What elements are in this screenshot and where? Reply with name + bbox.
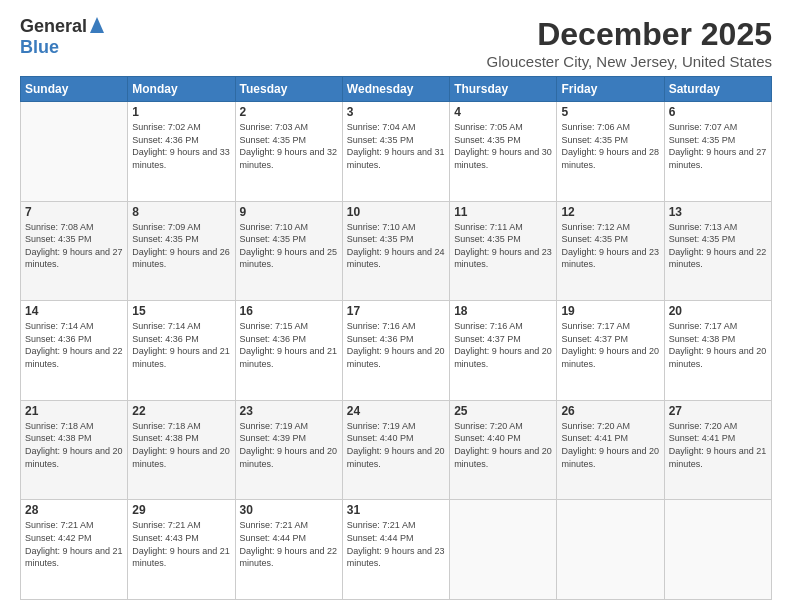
header-wednesday: Wednesday (342, 77, 449, 102)
day-info: Sunrise: 7:14 AMSunset: 4:36 PMDaylight:… (132, 320, 230, 370)
table-row: 26Sunrise: 7:20 AMSunset: 4:41 PMDayligh… (557, 400, 664, 500)
table-row: 12Sunrise: 7:12 AMSunset: 4:35 PMDayligh… (557, 201, 664, 301)
day-number: 31 (347, 503, 445, 517)
day-number: 18 (454, 304, 552, 318)
day-number: 30 (240, 503, 338, 517)
calendar-week-row: 21Sunrise: 7:18 AMSunset: 4:38 PMDayligh… (21, 400, 772, 500)
table-row: 13Sunrise: 7:13 AMSunset: 4:35 PMDayligh… (664, 201, 771, 301)
day-info: Sunrise: 7:11 AMSunset: 4:35 PMDaylight:… (454, 221, 552, 271)
table-row: 31Sunrise: 7:21 AMSunset: 4:44 PMDayligh… (342, 500, 449, 600)
logo-blue: Blue (20, 37, 59, 58)
day-info: Sunrise: 7:07 AMSunset: 4:35 PMDaylight:… (669, 121, 767, 171)
table-row: 11Sunrise: 7:11 AMSunset: 4:35 PMDayligh… (450, 201, 557, 301)
day-info: Sunrise: 7:21 AMSunset: 4:43 PMDaylight:… (132, 519, 230, 569)
day-number: 17 (347, 304, 445, 318)
day-number: 13 (669, 205, 767, 219)
logo-general: General (20, 16, 87, 37)
table-row: 1Sunrise: 7:02 AMSunset: 4:36 PMDaylight… (128, 102, 235, 202)
day-info: Sunrise: 7:19 AMSunset: 4:40 PMDaylight:… (347, 420, 445, 470)
day-info: Sunrise: 7:19 AMSunset: 4:39 PMDaylight:… (240, 420, 338, 470)
day-info: Sunrise: 7:20 AMSunset: 4:41 PMDaylight:… (669, 420, 767, 470)
day-number: 23 (240, 404, 338, 418)
day-info: Sunrise: 7:10 AMSunset: 4:35 PMDaylight:… (347, 221, 445, 271)
day-info: Sunrise: 7:03 AMSunset: 4:35 PMDaylight:… (240, 121, 338, 171)
day-info: Sunrise: 7:21 AMSunset: 4:42 PMDaylight:… (25, 519, 123, 569)
header-thursday: Thursday (450, 77, 557, 102)
day-info: Sunrise: 7:17 AMSunset: 4:38 PMDaylight:… (669, 320, 767, 370)
header-tuesday: Tuesday (235, 77, 342, 102)
table-row: 3Sunrise: 7:04 AMSunset: 4:35 PMDaylight… (342, 102, 449, 202)
table-row: 6Sunrise: 7:07 AMSunset: 4:35 PMDaylight… (664, 102, 771, 202)
page: General Blue December 2025 Gloucester Ci… (0, 0, 792, 612)
header-monday: Monday (128, 77, 235, 102)
day-info: Sunrise: 7:20 AMSunset: 4:40 PMDaylight:… (454, 420, 552, 470)
day-info: Sunrise: 7:21 AMSunset: 4:44 PMDaylight:… (347, 519, 445, 569)
day-info: Sunrise: 7:18 AMSunset: 4:38 PMDaylight:… (25, 420, 123, 470)
calendar-week-row: 14Sunrise: 7:14 AMSunset: 4:36 PMDayligh… (21, 301, 772, 401)
svg-marker-0 (90, 17, 104, 33)
calendar-table: Sunday Monday Tuesday Wednesday Thursday… (20, 76, 772, 600)
day-number: 1 (132, 105, 230, 119)
table-row: 10Sunrise: 7:10 AMSunset: 4:35 PMDayligh… (342, 201, 449, 301)
table-row: 28Sunrise: 7:21 AMSunset: 4:42 PMDayligh… (21, 500, 128, 600)
day-info: Sunrise: 7:05 AMSunset: 4:35 PMDaylight:… (454, 121, 552, 171)
day-number: 21 (25, 404, 123, 418)
table-row: 23Sunrise: 7:19 AMSunset: 4:39 PMDayligh… (235, 400, 342, 500)
day-info: Sunrise: 7:02 AMSunset: 4:36 PMDaylight:… (132, 121, 230, 171)
day-info: Sunrise: 7:16 AMSunset: 4:37 PMDaylight:… (454, 320, 552, 370)
table-row: 17Sunrise: 7:16 AMSunset: 4:36 PMDayligh… (342, 301, 449, 401)
table-row: 29Sunrise: 7:21 AMSunset: 4:43 PMDayligh… (128, 500, 235, 600)
table-row: 30Sunrise: 7:21 AMSunset: 4:44 PMDayligh… (235, 500, 342, 600)
table-row: 14Sunrise: 7:14 AMSunset: 4:36 PMDayligh… (21, 301, 128, 401)
table-row: 18Sunrise: 7:16 AMSunset: 4:37 PMDayligh… (450, 301, 557, 401)
day-number: 8 (132, 205, 230, 219)
day-number: 19 (561, 304, 659, 318)
day-info: Sunrise: 7:08 AMSunset: 4:35 PMDaylight:… (25, 221, 123, 271)
month-title: December 2025 (487, 16, 772, 53)
day-info: Sunrise: 7:04 AMSunset: 4:35 PMDaylight:… (347, 121, 445, 171)
table-row: 22Sunrise: 7:18 AMSunset: 4:38 PMDayligh… (128, 400, 235, 500)
day-number: 26 (561, 404, 659, 418)
day-info: Sunrise: 7:12 AMSunset: 4:35 PMDaylight:… (561, 221, 659, 271)
day-number: 28 (25, 503, 123, 517)
table-row: 4Sunrise: 7:05 AMSunset: 4:35 PMDaylight… (450, 102, 557, 202)
title-section: December 2025 Gloucester City, New Jerse… (487, 16, 772, 70)
table-row: 25Sunrise: 7:20 AMSunset: 4:40 PMDayligh… (450, 400, 557, 500)
day-number: 20 (669, 304, 767, 318)
day-number: 5 (561, 105, 659, 119)
day-info: Sunrise: 7:06 AMSunset: 4:35 PMDaylight:… (561, 121, 659, 171)
header-friday: Friday (557, 77, 664, 102)
day-info: Sunrise: 7:20 AMSunset: 4:41 PMDaylight:… (561, 420, 659, 470)
day-number: 9 (240, 205, 338, 219)
day-number: 16 (240, 304, 338, 318)
day-number: 25 (454, 404, 552, 418)
table-row: 21Sunrise: 7:18 AMSunset: 4:38 PMDayligh… (21, 400, 128, 500)
day-number: 7 (25, 205, 123, 219)
day-number: 27 (669, 404, 767, 418)
day-info: Sunrise: 7:15 AMSunset: 4:36 PMDaylight:… (240, 320, 338, 370)
table-row: 9Sunrise: 7:10 AMSunset: 4:35 PMDaylight… (235, 201, 342, 301)
header-saturday: Saturday (664, 77, 771, 102)
calendar-week-row: 7Sunrise: 7:08 AMSunset: 4:35 PMDaylight… (21, 201, 772, 301)
day-info: Sunrise: 7:09 AMSunset: 4:35 PMDaylight:… (132, 221, 230, 271)
table-row: 7Sunrise: 7:08 AMSunset: 4:35 PMDaylight… (21, 201, 128, 301)
table-row: 27Sunrise: 7:20 AMSunset: 4:41 PMDayligh… (664, 400, 771, 500)
day-number: 3 (347, 105, 445, 119)
table-row: 16Sunrise: 7:15 AMSunset: 4:36 PMDayligh… (235, 301, 342, 401)
day-info: Sunrise: 7:16 AMSunset: 4:36 PMDaylight:… (347, 320, 445, 370)
calendar-week-row: 28Sunrise: 7:21 AMSunset: 4:42 PMDayligh… (21, 500, 772, 600)
day-number: 29 (132, 503, 230, 517)
day-number: 12 (561, 205, 659, 219)
header: General Blue December 2025 Gloucester Ci… (20, 16, 772, 70)
table-row: 20Sunrise: 7:17 AMSunset: 4:38 PMDayligh… (664, 301, 771, 401)
table-row: 24Sunrise: 7:19 AMSunset: 4:40 PMDayligh… (342, 400, 449, 500)
day-number: 2 (240, 105, 338, 119)
day-number: 4 (454, 105, 552, 119)
logo-icon (90, 17, 104, 37)
table-row: 8Sunrise: 7:09 AMSunset: 4:35 PMDaylight… (128, 201, 235, 301)
day-info: Sunrise: 7:10 AMSunset: 4:35 PMDaylight:… (240, 221, 338, 271)
calendar-header-row: Sunday Monday Tuesday Wednesday Thursday… (21, 77, 772, 102)
day-info: Sunrise: 7:18 AMSunset: 4:38 PMDaylight:… (132, 420, 230, 470)
day-number: 15 (132, 304, 230, 318)
day-info: Sunrise: 7:17 AMSunset: 4:37 PMDaylight:… (561, 320, 659, 370)
